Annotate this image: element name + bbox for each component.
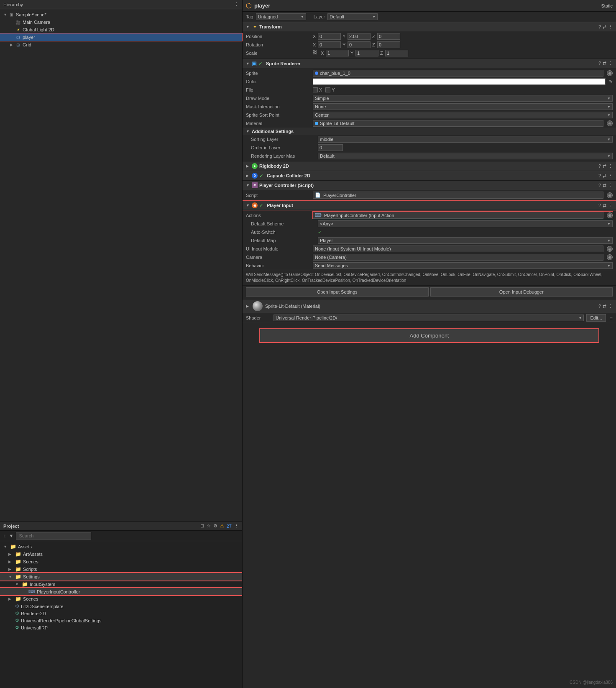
pi-preset-icon[interactable]: ⇄ (603, 203, 606, 208)
rb2d-preset-icon[interactable]: ⇄ (603, 164, 606, 169)
project-item-scenes2[interactable]: ▶ 📁 Scenes (0, 595, 242, 603)
position-x-input[interactable] (318, 33, 341, 40)
shader-edit-button[interactable]: Edit... (586, 314, 606, 322)
cc2d-enabled[interactable]: ✓ (259, 173, 265, 179)
rb2d-menu-icon[interactable]: ⋮ (608, 164, 613, 169)
project-alert-icon[interactable]: ⚠ (220, 523, 224, 529)
pi-menu-icon[interactable]: ⋮ (608, 203, 613, 208)
mat-help-icon[interactable]: ? (598, 304, 601, 309)
project-item-playerinputcontroller[interactable]: ⌨ PlayerInputController (0, 588, 242, 595)
position-y-input[interactable] (348, 33, 371, 40)
project-item-scenes[interactable]: ▶ 📁 Scenes (0, 558, 242, 565)
rb2d-help-icon[interactable]: ? (598, 164, 601, 169)
cc2d-preset-icon[interactable]: ⇄ (603, 173, 606, 179)
cc2d-help-icon[interactable]: ? (598, 173, 601, 179)
hierarchy-item-main-camera[interactable]: 🎥 Main Camera (0, 18, 242, 26)
rotation-x-input[interactable] (318, 41, 341, 48)
sr-preset-icon[interactable]: ⇄ (603, 61, 606, 66)
ui-input-module-field[interactable]: None (Input System UI Input Module) (313, 246, 603, 252)
hierarchy-menu-icon[interactable]: ⋮ (234, 2, 239, 7)
color-swatch[interactable] (313, 78, 606, 85)
rendering-layer-mask-dropdown[interactable]: Default ▼ (318, 153, 613, 159)
additional-settings-header[interactable]: ▼ Additional Settings (243, 128, 616, 135)
rotation-z-input[interactable] (377, 41, 400, 48)
position-z-input[interactable] (377, 33, 400, 40)
scale-link-icon[interactable]: ⛓ (313, 50, 317, 56)
tag-dropdown[interactable]: Untagged ▼ (256, 13, 306, 20)
project-item-artassets[interactable]: ▶ 📁 ArtAssets (0, 550, 242, 558)
transform-menu-icon[interactable]: ⋮ (608, 24, 613, 30)
flip-x-checkbox[interactable] (313, 87, 318, 92)
color-eyedropper-icon[interactable]: ✎ (609, 79, 613, 84)
player-input-header[interactable]: ▼ ◉ ✓ Player Input ? ⇄ ⋮ (243, 201, 616, 210)
capsule-collider2d-header[interactable]: ▶ 0 ✓ Capsule Collider 2D ? ⇄ ⋮ (243, 171, 616, 180)
sprite-select-button[interactable]: ◎ (607, 70, 613, 76)
project-item-scripts[interactable]: ▶ 📁 Scripts (0, 565, 242, 573)
pc-help-icon[interactable]: ? (598, 183, 601, 188)
scale-y-input[interactable] (355, 50, 378, 56)
project-settings-icon[interactable]: ⚙ (213, 523, 217, 529)
shader-menu-icon[interactable]: ≡ (610, 315, 613, 320)
project-item-renderer2d[interactable]: ⚙ Renderer2D (0, 610, 242, 617)
project-item-settings[interactable]: ▼ 📁 Settings (0, 573, 242, 581)
mat-fold-arrow[interactable]: ▶ (246, 304, 250, 308)
pi-enabled[interactable]: ✓ (259, 202, 265, 208)
sr-enabled-checkbox[interactable]: ✓ (258, 61, 264, 66)
default-scheme-dropdown[interactable]: <Any> ▼ (318, 220, 613, 227)
open-input-debugger-button[interactable]: Open Input Debugger (430, 287, 613, 297)
rotation-y-input[interactable] (348, 41, 371, 48)
project-add-button[interactable]: + (3, 533, 7, 539)
hierarchy-item-grid[interactable]: ▶ ⊞ Grid (0, 41, 242, 49)
camera-select-button[interactable]: ◎ (607, 254, 613, 260)
scale-z-input[interactable] (385, 50, 408, 56)
order-in-layer-input[interactable] (318, 144, 343, 151)
ui-input-module-select[interactable]: ◎ (607, 246, 613, 252)
camera-field[interactable]: None (Camera) (313, 254, 603, 261)
layer-dropdown[interactable]: Default ▼ (327, 13, 378, 20)
project-lock-icon[interactable]: ⊡ (200, 523, 204, 529)
project-item-lit2d[interactable]: ⚙ Lit2DSceneTemplate (0, 603, 242, 610)
project-item-inputsystem[interactable]: ▼ 📁 InputSystem (0, 581, 242, 588)
cc2d-menu-icon[interactable]: ⋮ (608, 173, 613, 179)
pc-menu-icon[interactable]: ⋮ (608, 183, 613, 188)
player-controller-header[interactable]: ▼ # Player Controller (Script) ? ⇄ ⋮ (243, 181, 616, 190)
sr-menu-icon[interactable]: ⋮ (608, 61, 613, 66)
sprite-field[interactable]: char_blue_1_0 (313, 70, 603, 77)
project-item-urp[interactable]: ⚙ UniversalIRP (0, 624, 242, 631)
flip-y-checkbox[interactable] (325, 87, 330, 92)
rigidbody2d-header[interactable]: ▶ ● Rigidbody 2D ? ⇄ ⋮ (243, 161, 616, 171)
material-select-button[interactable]: ◎ (607, 120, 613, 126)
pc-preset-icon[interactable]: ⇄ (603, 183, 606, 188)
project-menu-icon[interactable]: ⋮ (234, 523, 239, 529)
hierarchy-item-samplescene[interactable]: ▼ ⊞ SampleScene* (0, 11, 242, 18)
sorting-layer-dropdown[interactable]: middle ▼ (318, 136, 613, 143)
transform-preset-icon[interactable]: ⇄ (603, 24, 606, 30)
project-assets-root[interactable]: ▼ 📁 Assets (0, 543, 242, 550)
sprite-renderer-header[interactable]: ▼ ▣ ✓ Sprite Renderer ? ⇄ ⋮ (243, 59, 616, 68)
material-field[interactable]: Sprite-Lit-Default (313, 120, 603, 127)
mat-menu-icon[interactable]: ⋮ (608, 304, 613, 309)
transform-help-icon[interactable]: ? (598, 24, 601, 30)
hierarchy-item-player[interactable]: ⬡ player (0, 33, 242, 41)
scale-x-input[interactable] (326, 50, 349, 56)
script-select-button[interactable]: ◎ (607, 192, 613, 198)
project-search-input[interactable] (16, 532, 91, 540)
drawmode-dropdown[interactable]: Simple ▼ (313, 95, 613, 102)
project-dropdown[interactable]: ▼ (9, 533, 14, 538)
sr-help-icon[interactable]: ? (598, 61, 601, 66)
behavior-dropdown[interactable]: Send Messages ▼ (313, 262, 613, 269)
actions-select-button[interactable]: ◎ (607, 212, 613, 218)
mask-interaction-dropdown[interactable]: None ▼ (313, 103, 613, 110)
default-map-dropdown[interactable]: Player ▼ (318, 237, 613, 244)
project-item-urp-global[interactable]: ⚙ UniversalRenderPipelineGlobalSettings (0, 617, 242, 624)
script-field[interactable]: 📄 PlayerController (313, 192, 603, 199)
transform-header[interactable]: ▼ ✦ Transform ? ⇄ ⋮ (243, 22, 616, 31)
pi-help-icon[interactable]: ? (598, 203, 601, 208)
mat-preset-icon[interactable]: ⇄ (603, 304, 606, 309)
add-component-button[interactable]: Add Component (259, 328, 599, 343)
open-input-settings-button[interactable]: Open Input Settings (246, 287, 429, 297)
sprite-sort-point-dropdown[interactable]: Center ▼ (313, 112, 613, 118)
project-add-icon[interactable]: ☆ (207, 523, 211, 529)
actions-field[interactable]: ⌨ PlayerInputController (Input Action (313, 212, 603, 219)
hierarchy-item-global-light[interactable]: ☀ Global Light 2D (0, 26, 242, 33)
